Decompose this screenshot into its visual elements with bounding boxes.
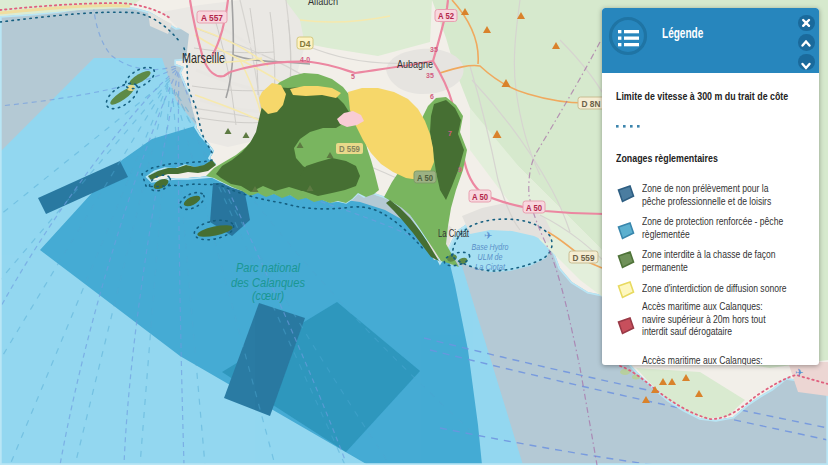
svg-text:7: 7 [448,130,452,137]
svg-text:A 557: A 557 [201,13,223,23]
svg-text:La Ciotat: La Ciotat [475,262,506,272]
svg-text:La Ciotat: La Ciotat [438,227,469,239]
svg-text:Marseille: Marseille [182,49,225,66]
svg-text:D4: D4 [300,39,311,49]
svg-text:35: 35 [430,46,438,53]
svg-text:✈: ✈ [795,367,803,378]
svg-text:D 559: D 559 [339,144,360,154]
svg-text:A 50: A 50 [417,173,433,183]
svg-text:Allauch: Allauch [308,0,338,7]
svg-text:des Calanques: des Calanques [231,276,305,290]
svg-text:ULM de: ULM de [478,252,503,262]
svg-text:D 8N: D 8N [582,99,601,109]
svg-text:(cœur): (cœur) [252,289,284,303]
svg-text:D 559: D 559 [573,253,595,263]
svg-text:A 50: A 50 [472,192,488,202]
svg-text:Parc national: Parc national [236,261,300,275]
svg-text:5: 5 [351,73,355,80]
svg-text:35: 35 [426,72,434,79]
svg-text:✈: ✈ [484,230,492,241]
svg-text:9: 9 [458,166,462,173]
svg-text:4-0: 4-0 [300,56,310,63]
svg-text:Base Hydro: Base Hydro [472,242,509,252]
svg-text:Aubagne: Aubagne [397,58,433,70]
svg-text:6: 6 [430,93,434,100]
svg-text:A 50: A 50 [526,203,542,213]
svg-text:A 52: A 52 [438,11,454,21]
